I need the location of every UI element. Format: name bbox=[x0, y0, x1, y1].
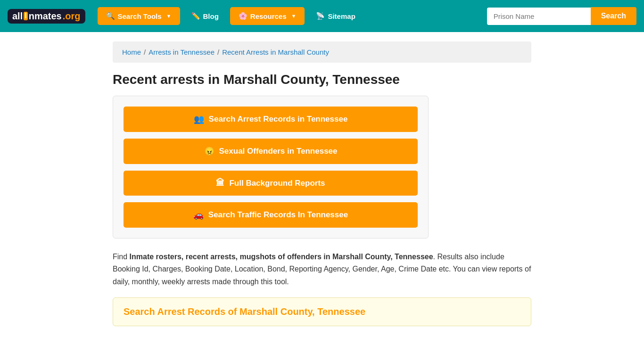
breadcrumb-arrests-tn[interactable]: Arrests in Tennessee bbox=[149, 48, 215, 56]
traffic-records-label: Search Traffic Records In Tennessee bbox=[208, 210, 348, 220]
search-section-title: Search Arrest Records of Marshall County… bbox=[124, 306, 520, 317]
traffic-records-button[interactable]: 🚗 Search Traffic Records In Tennessee bbox=[124, 202, 418, 228]
resources-button[interactable]: 🌸 Resources ▼ bbox=[230, 7, 305, 25]
nav-search-label: Search bbox=[601, 12, 626, 20]
logo[interactable]: all I nmates .org bbox=[8, 9, 85, 24]
search-tools-icon: 🔍 bbox=[106, 12, 115, 20]
nav-search-area: Search bbox=[487, 7, 636, 25]
logo-i: I bbox=[24, 12, 27, 20]
nav-search-button[interactable]: Search bbox=[591, 7, 636, 25]
sexual-offenders-button[interactable]: 😠 Sexual Offenders in Tennessee bbox=[124, 139, 418, 164]
search-tools-label: Search Tools bbox=[118, 12, 162, 20]
search-section-box: Search Arrest Records of Marshall County… bbox=[113, 297, 531, 326]
logo-org: .org bbox=[63, 11, 81, 22]
resources-icon: 🌸 bbox=[239, 12, 248, 20]
description-bold: Inmate rosters, recent arrests, mugshots… bbox=[130, 253, 433, 261]
sitemap-label: Sitemap bbox=[328, 12, 355, 20]
chevron-down-icon-resources: ▼ bbox=[291, 13, 297, 19]
people-icon: 👥 bbox=[194, 114, 204, 124]
sitemap-icon: 📡 bbox=[316, 12, 325, 20]
search-tools-button[interactable]: 🔍 Search Tools ▼ bbox=[98, 7, 180, 25]
breadcrumb-container: Home / Arrests in Tennessee / Recent Arr… bbox=[113, 41, 531, 63]
chevron-down-icon: ▼ bbox=[166, 13, 172, 19]
blog-link[interactable]: ✏️ Blog bbox=[185, 7, 225, 25]
blog-label: Blog bbox=[203, 12, 219, 20]
page-title: Recent arrests in Marshall County, Tenne… bbox=[113, 72, 531, 87]
sitemap-link[interactable]: 📡 Sitemap bbox=[309, 7, 362, 25]
breadcrumb-current: Recent Arrests in Marshall County bbox=[222, 48, 329, 56]
logo-all: all bbox=[12, 11, 23, 22]
sexual-offenders-label: Sexual Offenders in Tennessee bbox=[219, 147, 338, 156]
breadcrumb: Home / Arrests in Tennessee / Recent Arr… bbox=[122, 48, 522, 56]
search-arrest-label: Search Arrest Records in Tennessee bbox=[209, 115, 348, 124]
building-icon: 🏛 bbox=[216, 178, 224, 188]
action-card: 👥 Search Arrest Records in Tennessee 😠 S… bbox=[113, 96, 429, 239]
blog-icon: ✏️ bbox=[191, 12, 200, 20]
background-reports-button[interactable]: 🏛 Full Background Reports bbox=[124, 171, 418, 196]
main-content: Home / Arrests in Tennessee / Recent Arr… bbox=[105, 32, 539, 336]
breadcrumb-sep-2: / bbox=[217, 48, 219, 56]
breadcrumb-home[interactable]: Home bbox=[122, 48, 141, 56]
description-text: Find Inmate rosters, recent arrests, mug… bbox=[113, 251, 531, 288]
navbar: all I nmates .org 🔍 Search Tools ▼ ✏️ Bl… bbox=[0, 0, 644, 32]
logo-nmates: nmates bbox=[29, 11, 62, 22]
description-find: Find bbox=[113, 253, 130, 261]
offender-icon: 😠 bbox=[204, 146, 215, 156]
prison-name-input[interactable] bbox=[487, 8, 591, 25]
breadcrumb-sep-1: / bbox=[144, 48, 146, 56]
resources-label: Resources bbox=[250, 12, 287, 20]
car-icon: 🚗 bbox=[193, 210, 204, 220]
background-reports-label: Full Background Reports bbox=[229, 179, 325, 188]
search-arrest-button[interactable]: 👥 Search Arrest Records in Tennessee bbox=[124, 107, 418, 132]
